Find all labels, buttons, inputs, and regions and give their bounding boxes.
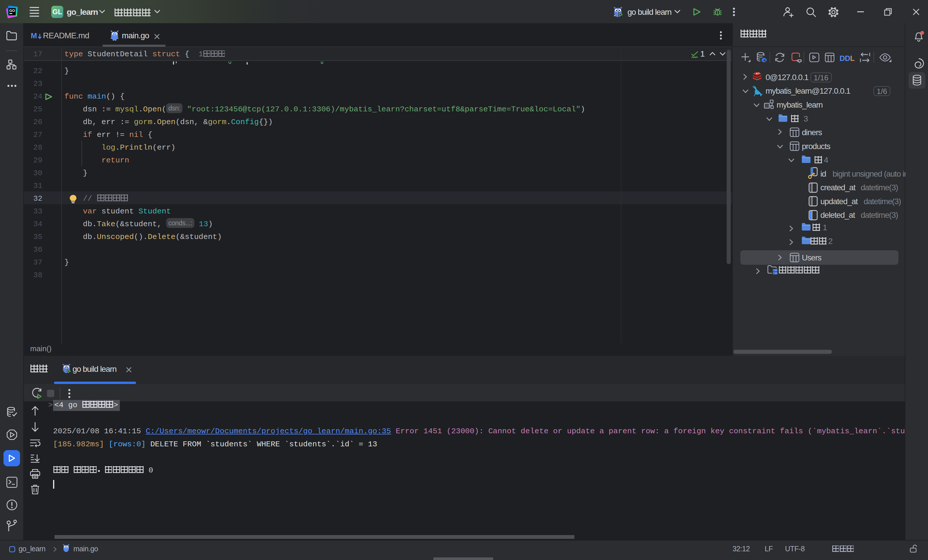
svg-text:GO: GO (9, 9, 15, 13)
